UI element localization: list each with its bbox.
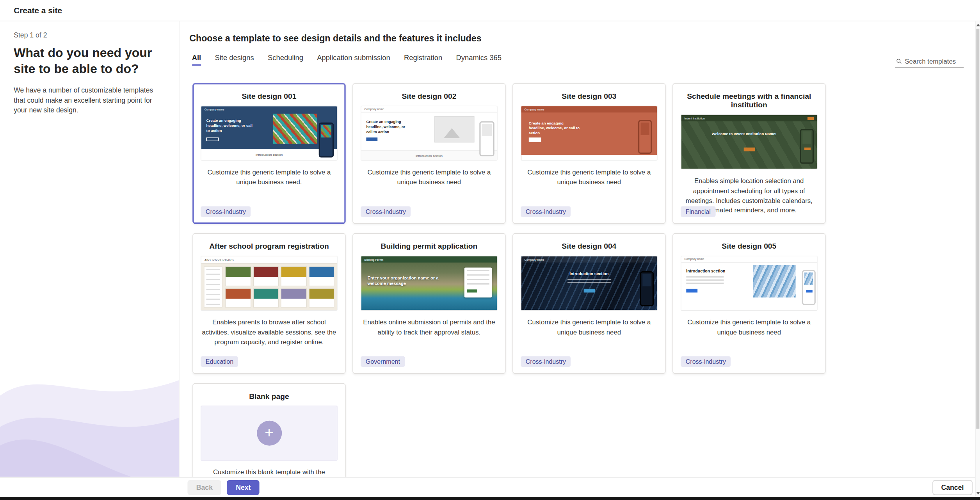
thumb-cta-button [206, 137, 219, 141]
template-tag: Cross-industry [521, 206, 571, 217]
thumb-headline: Introduction section [521, 271, 657, 276]
thumb-brand: Company name [525, 108, 544, 111]
thumb-phone-screen [640, 123, 649, 135]
next-button[interactable]: Next [227, 480, 260, 495]
thumb-phone [638, 120, 652, 153]
template-thumbnail: After school activities [201, 256, 338, 311]
template-description: Customize this blank template with the s… [201, 468, 338, 477]
tab-registration[interactable]: Registration [404, 54, 442, 66]
scroll-up-arrow-icon[interactable] [976, 24, 980, 26]
app-title: Create a site [14, 5, 62, 15]
page-description: We have a number of customizable templat… [14, 85, 165, 116]
template-card-site-design-005[interactable]: Site design 005 Company name Introductio… [672, 233, 825, 374]
template-title: After school program registration [201, 242, 338, 251]
thumb-activity-card [225, 266, 251, 286]
thumb-activity-card [281, 266, 306, 286]
page-title: What do you need your site to be able to… [14, 44, 166, 77]
thumb-activity-card [308, 266, 334, 286]
template-thumbnail [201, 406, 338, 461]
template-card-site-design-004[interactable]: Site design 004 Company name Introductio… [512, 233, 665, 374]
thumb-brand: Building Permit [365, 258, 383, 261]
template-title: Site design 005 [681, 242, 818, 251]
thumb-text-lines [686, 276, 724, 284]
template-title: Site design 001 [201, 92, 338, 100]
thumb-phone-screen [802, 131, 811, 144]
scrollbar[interactable] [975, 21, 980, 497]
template-description: Customize this generic template to solve… [521, 318, 658, 337]
thumb-cta-button [583, 289, 595, 293]
template-thumbnail: Company name Introduction section [521, 256, 658, 311]
thumb-brand: Company name [365, 107, 384, 110]
tab-label: Application submission [317, 54, 390, 61]
template-card-after-school-registration[interactable]: After school program registration After … [192, 233, 345, 374]
thumb-phone [802, 270, 816, 305]
template-description: Customize this generic template to solve… [521, 167, 658, 187]
thumb-activity-card [253, 266, 279, 286]
search-templates-field[interactable] [895, 54, 964, 68]
template-tag: Cross-industry [681, 356, 731, 367]
thumb-cta-button [366, 137, 377, 141]
template-filter-tabs: All Site designs Scheduling Application … [180, 43, 975, 66]
template-card-site-design-001[interactable]: Site design 001 Company name Create an e… [192, 83, 345, 224]
back-button[interactable]: Back [187, 480, 221, 495]
template-card-site-design-002[interactable]: Site design 002 Company name Create an e… [352, 83, 505, 224]
template-title: Site design 004 [521, 242, 658, 251]
template-title: Site design 002 [361, 92, 498, 100]
wizard-nav-buttons: Back Next [187, 480, 259, 495]
template-thumbnail: Company name Introduction section [681, 256, 818, 311]
tab-site-designs[interactable]: Site designs [215, 54, 254, 66]
thumb-section-label: Introduction section [361, 150, 497, 160]
scroll-down-arrow-icon[interactable] [976, 492, 980, 494]
template-description: Enables online submission of permits and… [361, 318, 498, 337]
thumb-activity-card [281, 288, 306, 307]
thumb-navbar: Company name [201, 106, 337, 112]
thumb-headline: Create an engaging headline, welcome, or… [206, 119, 255, 133]
main-panel: Choose a template to see design details … [180, 21, 975, 477]
tab-scheduling[interactable]: Scheduling [268, 54, 303, 66]
thumb-cta-button [529, 137, 541, 142]
tab-label: Registration [404, 54, 442, 61]
template-title: Schedule meetings with a financial insti… [681, 92, 818, 109]
template-thumbnail: Invent Institution Welcome to Invent Ins… [681, 114, 818, 169]
thumb-navbar: After school activities [201, 256, 337, 264]
thumb-brand: Invent Institution [685, 117, 705, 120]
thumb-phone [319, 123, 334, 158]
template-card-building-permit[interactable]: Building permit application Building Per… [352, 233, 505, 374]
tab-label: Scheduling [268, 54, 303, 61]
template-grid: Site design 001 Company name Create an e… [192, 83, 825, 477]
template-tag: Cross-industry [201, 206, 251, 217]
tab-all[interactable]: All [192, 54, 201, 66]
thumb-headline: Welcome to Invent Institution Name! [703, 131, 786, 136]
search-icon [896, 58, 902, 64]
thumb-cta-button [743, 148, 755, 151]
search-input[interactable] [905, 57, 962, 65]
thumb-phone [640, 271, 654, 306]
step-indicator: Step 1 of 2 [14, 31, 179, 39]
thumb-phone [479, 121, 494, 157]
thumb-navbar: Company name [681, 256, 817, 263]
decorative-wave [0, 352, 180, 477]
template-title: Building permit application [361, 242, 498, 251]
template-card-blank-page[interactable]: Blank page Customize this blank template… [192, 383, 345, 477]
template-tag: Cross-industry [521, 356, 571, 367]
tab-application-submission[interactable]: Application submission [317, 54, 390, 66]
thumb-activity-card [225, 288, 251, 307]
thumb-navbar: Company name [361, 106, 497, 112]
tab-dynamics-365[interactable]: Dynamics 365 [456, 54, 502, 66]
scrollbar-thumb[interactable] [976, 29, 979, 429]
thumb-footer-strip [521, 155, 657, 160]
template-thumbnail: Company name Create an engaging headline… [201, 106, 338, 161]
thumb-phone [800, 129, 814, 164]
cancel-button[interactable]: Cancel [932, 480, 973, 495]
template-card-financial-scheduling[interactable]: Schedule meetings with a financial insti… [672, 83, 825, 224]
thumb-navbar: Company name [521, 106, 657, 112]
thumb-phone-screen [804, 272, 813, 285]
template-card-site-design-003[interactable]: Site design 003 Company name Create an e… [512, 83, 665, 224]
thumb-navbar: Building Permit [361, 256, 497, 263]
thumb-cta-button [686, 289, 697, 293]
tab-label: Site designs [215, 54, 254, 61]
thumb-brand: Company name [685, 258, 704, 261]
thumb-brand: After school activities [205, 258, 234, 262]
thumb-navbar: Company name [521, 256, 657, 263]
thumb-filter-panel [204, 266, 222, 308]
